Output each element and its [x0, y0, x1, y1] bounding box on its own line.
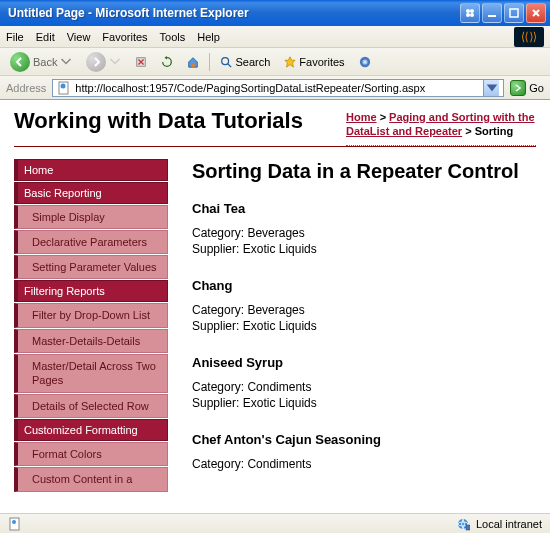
- svg-point-11: [364, 61, 366, 63]
- svg-rect-4: [488, 15, 496, 17]
- search-icon: [220, 56, 232, 68]
- product-item: Aniseed Syrup Category: Condiments Suppl…: [192, 355, 536, 410]
- category-label: Category:: [192, 226, 244, 240]
- search-label: Search: [235, 56, 270, 68]
- menu-tools[interactable]: Tools: [160, 31, 186, 43]
- nav-filter-dropdown[interactable]: Filter by Drop-Down List: [14, 303, 168, 327]
- stop-button[interactable]: [131, 54, 151, 70]
- minimize-button[interactable]: [482, 3, 502, 23]
- media-button[interactable]: [355, 54, 375, 70]
- theme-button[interactable]: [460, 3, 480, 23]
- go-label: Go: [529, 82, 544, 94]
- nav-custom-content[interactable]: Custom Content in a: [14, 467, 168, 491]
- media-icon: [359, 56, 371, 68]
- breadcrumb: Home > Paging and Sorting with the DataL…: [346, 108, 536, 146]
- svg-point-1: [470, 9, 474, 13]
- svg-rect-18: [466, 525, 470, 530]
- zone-label: Local intranet: [476, 518, 542, 530]
- favorites-label: Favorites: [299, 56, 344, 68]
- product-item: Chang Category: Beverages Supplier: Exot…: [192, 278, 536, 333]
- supplier-label: Supplier:: [192, 242, 239, 256]
- ie-logo-icon: [514, 27, 544, 47]
- nav-filtering-reports[interactable]: Filtering Reports: [14, 280, 168, 302]
- nav-format-colors[interactable]: Format Colors: [14, 442, 168, 466]
- svg-rect-5: [510, 9, 518, 17]
- separator: [209, 53, 210, 71]
- forward-icon: [86, 52, 106, 72]
- breadcrumb-home[interactable]: Home: [346, 111, 377, 123]
- address-dropdown-icon[interactable]: [483, 80, 499, 96]
- nav-customized-formatting[interactable]: Customized Formatting: [14, 419, 168, 441]
- go-button[interactable]: Go: [510, 80, 544, 96]
- product-name: Chang: [192, 278, 536, 293]
- home-button[interactable]: [183, 54, 203, 70]
- close-button[interactable]: [526, 3, 546, 23]
- refresh-button[interactable]: [157, 54, 177, 70]
- zone-icon: [456, 517, 470, 531]
- address-url: http://localhost:1957/Code/PagingSorting…: [75, 82, 425, 94]
- supplier-value: Exotic Liquids: [243, 242, 317, 256]
- search-button[interactable]: Search: [216, 54, 274, 70]
- product-name: Chef Anton's Cajun Seasoning: [192, 432, 536, 447]
- svg-point-3: [470, 13, 474, 17]
- back-icon: [10, 52, 30, 72]
- go-icon: [510, 80, 526, 96]
- nav-master-two-pages[interactable]: Master/Detail Across Two Pages: [14, 354, 168, 393]
- category-label: Category:: [192, 303, 244, 317]
- product-item: Chef Anton's Cajun Seasoning Category: C…: [192, 432, 536, 471]
- nav-simple-display[interactable]: Simple Display: [14, 205, 168, 229]
- address-bar: Address http://localhost:1957/Code/Pagin…: [0, 76, 550, 100]
- back-label: Back: [33, 56, 57, 68]
- menu-help[interactable]: Help: [197, 31, 220, 43]
- svg-rect-7: [192, 63, 195, 66]
- nav-declarative-parameters[interactable]: Declarative Parameters: [14, 230, 168, 254]
- category-value: Beverages: [247, 226, 304, 240]
- category-label: Category:: [192, 380, 244, 394]
- product-name: Aniseed Syrup: [192, 355, 536, 370]
- menu-edit[interactable]: Edit: [36, 31, 55, 43]
- menu-favorites[interactable]: Favorites: [102, 31, 147, 43]
- nav-master-details[interactable]: Master-Details-Details: [14, 329, 168, 353]
- address-label: Address: [6, 82, 46, 94]
- chevron-down-icon: [60, 56, 72, 68]
- favorites-button[interactable]: Favorites: [280, 54, 348, 70]
- chevron-down-icon: [109, 56, 121, 68]
- svg-point-0: [466, 9, 470, 13]
- category-value: Condiments: [247, 380, 311, 394]
- back-button[interactable]: Back: [6, 50, 76, 74]
- supplier-value: Exotic Liquids: [243, 319, 317, 333]
- product-item: Chai Tea Category: Beverages Supplier: E…: [192, 201, 536, 256]
- svg-point-8: [222, 57, 229, 64]
- page-icon: [57, 81, 71, 95]
- page-title: Working with Data Tutorials: [14, 108, 346, 146]
- nav-details-selected-row[interactable]: Details of Selected Row: [14, 394, 168, 418]
- menu-file[interactable]: File: [6, 31, 24, 43]
- nav-basic-reporting[interactable]: Basic Reporting: [14, 182, 168, 204]
- toolbar: Back Search Favorites: [0, 48, 550, 76]
- svg-point-15: [12, 520, 16, 524]
- maximize-button[interactable]: [504, 3, 524, 23]
- stop-icon: [135, 56, 147, 68]
- supplier-value: Exotic Liquids: [243, 396, 317, 410]
- refresh-icon: [161, 56, 173, 68]
- star-icon: [284, 56, 296, 68]
- product-name: Chai Tea: [192, 201, 536, 216]
- page-status-icon: [8, 517, 22, 531]
- window-titlebar: Untitled Page - Microsoft Internet Explo…: [0, 0, 550, 26]
- nav-setting-parameter-values[interactable]: Setting Parameter Values: [14, 255, 168, 279]
- svg-rect-14: [10, 518, 19, 530]
- supplier-label: Supplier:: [192, 319, 239, 333]
- menubar: File Edit View Favorites Tools Help: [0, 26, 550, 48]
- main-heading: Sorting Data in a Repeater Control: [192, 159, 536, 183]
- category-value: Condiments: [247, 457, 311, 471]
- category-value: Beverages: [247, 303, 304, 317]
- svg-point-13: [61, 83, 66, 88]
- main-panel: Sorting Data in a Repeater Control Chai …: [192, 159, 536, 493]
- nav-home[interactable]: Home: [14, 159, 168, 181]
- address-input[interactable]: http://localhost:1957/Code/PagingSorting…: [52, 79, 504, 97]
- window-title: Untitled Page - Microsoft Internet Explo…: [4, 6, 458, 20]
- svg-point-2: [466, 13, 470, 17]
- category-label: Category:: [192, 457, 244, 471]
- content-viewport[interactable]: Working with Data Tutorials Home > Pagin…: [0, 100, 550, 513]
- menu-view[interactable]: View: [67, 31, 91, 43]
